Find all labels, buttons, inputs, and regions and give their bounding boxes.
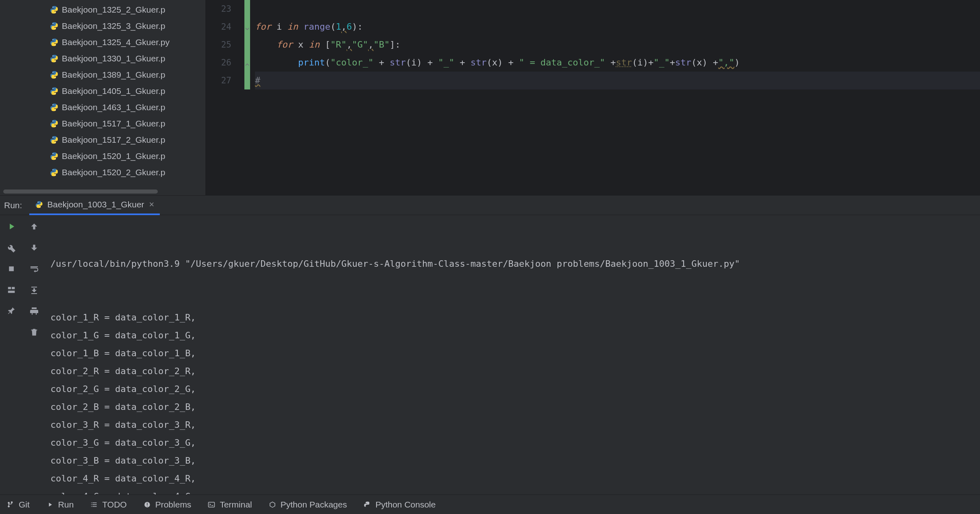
code-line[interactable] — [255, 0, 980, 18]
svg-point-11 — [55, 94, 56, 94]
console-command: /usr/local/bin/python3.9 "/Users/gkuer/D… — [50, 255, 975, 273]
layout-icon[interactable] — [5, 283, 18, 296]
terminal-icon — [207, 501, 216, 509]
status-label: TODO — [102, 500, 126, 510]
package-icon — [268, 501, 277, 509]
svg-point-5 — [55, 45, 56, 46]
tree-file-item[interactable]: Baekjoon_1325_2_Gkuer.p — [0, 2, 205, 18]
trash-icon[interactable] — [28, 326, 41, 339]
tree-file-label: Baekjoon_1520_2_Gkuer.p — [62, 168, 166, 177]
tree-file-item[interactable]: Baekjoon_1389_1_Gkuer.p — [0, 67, 205, 83]
run-tool-window: Run: Baekjoon_1003_1_Gkuer × /usr/local/… — [0, 195, 980, 494]
svg-rect-26 — [12, 287, 15, 290]
status-python-packages[interactable]: Python Packages — [265, 498, 350, 511]
tree-file-label: Baekjoon_1325_2_Gkuer.p — [62, 5, 166, 15]
run-header: Run: Baekjoon_1003_1_Gkuer × — [0, 196, 980, 215]
console-line: color_1_G = data_color_1_G, — [50, 327, 975, 344]
soft-wrap-icon[interactable] — [28, 262, 41, 275]
tree-file-item[interactable]: Baekjoon_1325_3_Gkuer.p — [0, 18, 205, 34]
console-line: color_2_G = data_color_2_G, — [50, 380, 975, 398]
down-arrow-icon[interactable] — [28, 241, 41, 254]
console-line: color_4_R = data_color_4_R, — [50, 470, 975, 488]
run-label: Run: — [4, 200, 22, 210]
tree-horizontal-scrollbar[interactable] — [3, 189, 158, 194]
svg-rect-29 — [147, 503, 148, 505]
tree-file-item[interactable]: Baekjoon_1330_1_Gkuer.p — [0, 50, 205, 67]
play-icon — [46, 501, 54, 509]
tree-file-item[interactable]: Baekjoon_1405_1_Gkuer.p — [0, 83, 205, 99]
svg-point-2 — [52, 23, 53, 24]
svg-point-23 — [40, 207, 41, 207]
gutter[interactable]: 23 24 25 26 27 — [205, 0, 250, 195]
pin-icon[interactable] — [5, 305, 18, 318]
console-line: color_2_R = data_color_2_R, — [50, 362, 975, 380]
console-line: color_2_B = data_color_2_B, — [50, 398, 975, 416]
console-output[interactable]: /usr/local/bin/python3.9 "/Users/gkuer/D… — [46, 215, 980, 494]
fold-toggle-icon[interactable] — [244, 24, 250, 30]
python-file-icon — [35, 200, 43, 209]
console-line: color_1_B = data_color_1_B, — [50, 344, 975, 362]
python-file-icon — [50, 70, 59, 79]
run-tab-name: Baekjoon_1003_1_Gkuer — [47, 200, 144, 209]
wrench-icon[interactable] — [5, 241, 18, 254]
project-tree[interactable]: Baekjoon_1325_2_Gkuer.pBaekjoon_1325_3_G… — [0, 0, 205, 195]
python-file-icon — [50, 135, 59, 144]
svg-point-4 — [52, 39, 53, 40]
line-number: 25 — [221, 40, 231, 50]
svg-point-19 — [55, 159, 56, 159]
tree-file-item[interactable]: Baekjoon_1463_1_Gkuer.p — [0, 99, 205, 115]
status-label: Terminal — [220, 500, 252, 510]
svg-point-16 — [52, 137, 53, 138]
status-problems[interactable]: Problems — [140, 498, 195, 511]
python-file-icon — [50, 5, 59, 14]
svg-point-1 — [55, 12, 56, 13]
code-line[interactable]: for x in ["R","G","B"]: — [255, 36, 980, 54]
tree-file-label: Baekjoon_1517_2_Gkuer.p — [62, 135, 166, 145]
tree-file-label: Baekjoon_1463_1_Gkuer.p — [62, 102, 166, 112]
tree-file-item[interactable]: Baekjoon_1325_4_Gkuer.py — [0, 34, 205, 50]
up-arrow-icon[interactable] — [28, 220, 41, 233]
code-line[interactable]: for i in range(1,6): — [255, 18, 980, 36]
svg-point-8 — [52, 72, 53, 73]
console-line: color_3_G = data_color_3_G, — [50, 434, 975, 452]
code-line[interactable]: # — [255, 72, 980, 89]
console-line: color_4_G = data_color_4_G, — [50, 488, 975, 494]
status-label: Git — [19, 500, 30, 510]
line-number: 24 — [221, 22, 231, 32]
tree-file-item[interactable]: Baekjoon_1520_2_Gkuer.p — [0, 164, 205, 181]
rerun-button[interactable] — [5, 220, 18, 233]
tree-file-label: Baekjoon_1330_1_Gkuer.p — [62, 54, 166, 63]
status-terminal[interactable]: Terminal — [204, 498, 255, 511]
status-run[interactable]: Run — [43, 498, 77, 511]
run-toolbar-primary — [0, 215, 23, 494]
run-tab[interactable]: Baekjoon_1003_1_Gkuer × — [29, 196, 160, 215]
code-body[interactable]: for i in range(1,6): for x in ["R","G","… — [250, 0, 980, 195]
svg-point-17 — [55, 142, 56, 143]
tree-file-label: Baekjoon_1520_1_Gkuer.p — [62, 151, 166, 161]
print-icon[interactable] — [28, 305, 41, 318]
close-tab-icon[interactable]: × — [149, 199, 155, 210]
svg-point-14 — [52, 121, 53, 122]
python-icon — [363, 501, 371, 509]
status-label: Problems — [155, 500, 192, 510]
svg-point-22 — [38, 202, 39, 203]
tree-file-item[interactable]: Baekjoon_1517_2_Gkuer.p — [0, 132, 205, 148]
stop-button[interactable] — [5, 262, 18, 275]
python-file-icon — [50, 152, 59, 161]
editor[interactable]: 23 24 25 26 27 for i in range(1,6): for … — [205, 0, 980, 195]
tree-file-item[interactable]: Baekjoon_1517_1_Gkuer.p — [0, 115, 205, 132]
status-python-console[interactable]: Python Console — [360, 498, 439, 511]
tree-file-item[interactable]: Baekjoon_1520_1_Gkuer.p — [0, 148, 205, 164]
status-git[interactable]: Git — [3, 498, 33, 511]
svg-point-12 — [52, 105, 53, 105]
console-line: color_3_B = data_color_3_B, — [50, 452, 975, 470]
list-icon — [90, 501, 98, 509]
line-number: 23 — [221, 4, 231, 14]
fold-end-icon[interactable] — [244, 60, 250, 65]
code-line[interactable]: print("color_" + str(i) + "_" + str(x) +… — [255, 54, 980, 72]
svg-point-3 — [55, 28, 56, 29]
scroll-to-end-icon[interactable] — [28, 283, 41, 296]
status-label: Python Console — [375, 500, 436, 510]
tree-file-label: Baekjoon_1389_1_Gkuer.p — [62, 70, 166, 80]
status-todo[interactable]: TODO — [87, 498, 130, 511]
